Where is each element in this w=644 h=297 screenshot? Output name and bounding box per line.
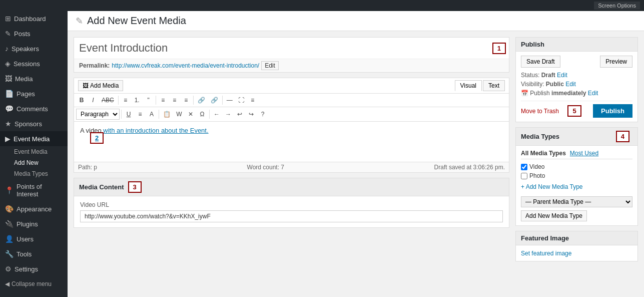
parent-media-type-select[interactable]: — Parent Media Type — xyxy=(521,196,632,207)
blockquote-button[interactable]: " xyxy=(143,95,154,105)
sidebar-item-event-media[interactable]: ▶ Event Media xyxy=(0,131,68,146)
add-new-media-type-button[interactable]: Add New Media Type xyxy=(521,210,587,221)
page-header-icon: ✎ xyxy=(76,16,83,27)
sidebar-item-appearance[interactable]: 🎨 Appearance xyxy=(0,201,68,216)
toolbar-toggle-button[interactable]: ≡ xyxy=(247,95,258,105)
unordered-list-button[interactable]: ≡ xyxy=(120,95,131,105)
sidebar-item-label: Appearance xyxy=(17,205,52,213)
italic-button[interactable]: I xyxy=(88,95,99,105)
editor-content-area[interactable]: A video with an introduction about the E… xyxy=(74,122,509,162)
sidebar-item-label: Comments xyxy=(17,105,48,113)
sidebar-item-sessions[interactable]: ◈ Sessions xyxy=(0,56,68,71)
media-content-box: Media Content 3 Video URL xyxy=(74,178,509,228)
step5-badge: 5 xyxy=(567,105,581,117)
ordered-list-button[interactable]: 1. xyxy=(132,95,143,105)
set-featured-image-link[interactable]: Set featured image xyxy=(521,250,571,257)
sidebar-item-posts[interactable]: ✎ Posts xyxy=(0,26,68,41)
video-checkbox[interactable] xyxy=(521,164,527,170)
redo-button[interactable]: ↪ xyxy=(246,109,257,119)
justify-button[interactable]: ≡ xyxy=(135,109,146,119)
sidebar-sub-add-new[interactable]: Add New xyxy=(0,157,68,168)
tab-visual[interactable]: Visual xyxy=(455,80,482,91)
sidebar-item-settings[interactable]: ⚙ Settings xyxy=(0,261,68,276)
align-left-button[interactable]: ≡ xyxy=(158,95,169,105)
move-to-trash-button[interactable]: Move to Trash xyxy=(521,108,559,115)
photo-checkbox[interactable] xyxy=(521,173,527,179)
toolbar-sep4 xyxy=(222,96,223,105)
fullscreen-button[interactable]: ⛶ xyxy=(236,95,247,105)
toolbar-sep3 xyxy=(193,96,194,105)
sidebar-item-sponsors[interactable]: ★ Sponsors xyxy=(0,116,68,131)
screen-options-button[interactable]: Screen Options xyxy=(594,2,640,10)
permalink-label: Permalink: xyxy=(79,62,110,69)
outdent-button[interactable]: ← xyxy=(211,109,222,119)
title-input[interactable] xyxy=(74,38,492,59)
permalink-url[interactable]: http://www.cvfreak.com/event-media/event… xyxy=(112,62,259,69)
right-sidebar: Publish Save Draft Preview Status: Draft… xyxy=(515,37,638,291)
add-new-media-type-link[interactable]: + Add New Media Type xyxy=(521,183,632,190)
special-chars-button[interactable]: Ω xyxy=(197,109,208,119)
publish-bottom: Move to Trash 5 Publish xyxy=(521,101,632,118)
tab-text[interactable]: Text xyxy=(483,80,505,91)
text-color-button[interactable]: A xyxy=(146,109,157,119)
visibility-edit-link[interactable]: Edit xyxy=(565,81,576,88)
indent-button[interactable]: → xyxy=(223,109,234,119)
sidebar-item-points-of-interest[interactable]: 📍 Points of Interest xyxy=(0,179,68,201)
tab-all-media-types[interactable]: All Media Types xyxy=(521,150,566,157)
align-right-button[interactable]: ≡ xyxy=(181,95,192,105)
speakers-icon: ♪ xyxy=(5,45,9,53)
sidebar-item-comments[interactable]: 💬 Comments xyxy=(0,101,68,116)
link-button[interactable]: 🔗 xyxy=(195,95,208,105)
sidebar-item-label: Users xyxy=(17,235,34,243)
sidebar-sub-media-types[interactable]: Media Types xyxy=(0,168,68,179)
poi-icon: 📍 xyxy=(5,186,14,194)
help-button[interactable]: ? xyxy=(257,109,268,119)
sidebar-item-media[interactable]: 🖼 Media xyxy=(0,71,68,86)
media-types-header: Media Types 4 xyxy=(516,128,637,146)
align-center-button[interactable]: ≡ xyxy=(169,95,180,105)
bold-button[interactable]: B xyxy=(76,95,87,105)
featured-image-widget: Featured Image Set featured image xyxy=(515,231,638,261)
toolbar-row2: Paragraph U ≡ A 📋 W ✕ Ω ← → xyxy=(74,107,509,122)
parent-media-type-section: — Parent Media Type — Add New Media Type xyxy=(521,196,632,221)
preview-button[interactable]: Preview xyxy=(600,56,632,68)
publish-status: Status: Draft Edit xyxy=(521,72,632,79)
permalink-edit-button[interactable]: Edit xyxy=(261,61,279,70)
step3-badge: 3 xyxy=(128,181,142,193)
sidebar-item-tools[interactable]: 🔧 Tools xyxy=(0,246,68,261)
undo-button[interactable]: ↩ xyxy=(234,109,245,119)
featured-image-title: Featured Image xyxy=(521,234,569,242)
format-select[interactable]: Paragraph xyxy=(76,109,120,120)
add-media-button[interactable]: 🖼 Add Media xyxy=(78,80,123,91)
sidebar-item-dashboard[interactable]: ⊞ Dashboard xyxy=(0,11,68,26)
unlink-button[interactable]: 🔗 xyxy=(208,95,221,105)
publish-time-edit-link[interactable]: Edit xyxy=(588,90,598,97)
strikethrough-button[interactable]: ABC xyxy=(99,95,117,105)
sidebar-item-plugins[interactable]: 🔌 Plugins xyxy=(0,216,68,231)
toolbar-sep6 xyxy=(159,110,159,119)
underline-button[interactable]: U xyxy=(123,109,134,119)
sidebar-item-pages[interactable]: 📄 Pages xyxy=(0,86,68,101)
plugins-icon: 🔌 xyxy=(5,220,14,228)
editor-text: A video with an introduction about the E… xyxy=(80,127,503,134)
collapse-menu[interactable]: ◀ Collapse menu xyxy=(0,276,68,291)
media-types-widget: Media Types 4 All Media Types Most Used … xyxy=(515,127,638,226)
publish-button[interactable]: Publish xyxy=(593,104,632,118)
paste-word-button[interactable]: W xyxy=(174,109,185,119)
sidebar-item-users[interactable]: 👤 Users xyxy=(0,231,68,246)
toolbar-sep7 xyxy=(209,110,210,119)
sidebar-item-label: Points of Interest xyxy=(17,183,63,198)
sidebar-item-label: Event Media xyxy=(14,135,50,143)
remove-format-button[interactable]: ✕ xyxy=(185,109,196,119)
sidebar-item-label: Sponsors xyxy=(15,120,42,128)
sidebar-item-speakers[interactable]: ♪ Speakers xyxy=(0,41,68,56)
editor-box: 🖼 Add Media Visual Text B I ABC ≡ xyxy=(74,78,509,173)
save-draft-button[interactable]: Save Draft xyxy=(521,56,560,68)
paste-text-button[interactable]: 📋 xyxy=(161,109,173,119)
status-edit-link[interactable]: Edit xyxy=(557,72,567,79)
sidebar-sub-event-media-list[interactable]: Event Media xyxy=(0,146,68,157)
step1-badge: 1 xyxy=(492,43,506,54)
tab-most-used[interactable]: Most Used xyxy=(570,150,598,157)
video-url-input[interactable] xyxy=(80,210,503,222)
insert-readmore-button[interactable]: — xyxy=(224,95,235,105)
